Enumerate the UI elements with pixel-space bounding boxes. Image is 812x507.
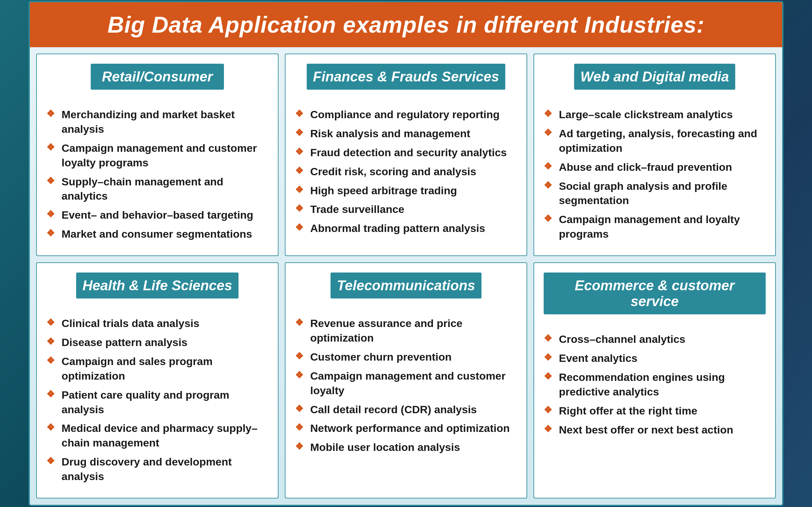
- cell-header-wrapper-ecommerce: Ecommerce & customer service: [544, 273, 766, 323]
- list-item: Clinical trials data analysis: [46, 316, 268, 331]
- page-title: Big Data Application examples in differe…: [43, 12, 769, 38]
- list-item: Campaign management and loyalty programs: [544, 212, 766, 241]
- list-item: Campaign management and customer loyalty…: [46, 141, 268, 170]
- list-item: High speed arbitrage trading: [295, 183, 517, 198]
- cell-header-finances: Finances & Frauds Services: [307, 64, 506, 90]
- list-item: Medical device and pharmacy supply–chain…: [46, 421, 268, 450]
- cell-header-wrapper-retail: Retail/Consumer: [46, 64, 268, 99]
- cell-list-telecom: Revenue assurance and price optimization…: [295, 316, 517, 455]
- cell-list-ecommerce: Cross–channel analyticsEvent analyticsRe…: [544, 332, 766, 437]
- list-item: Market and consumer segmentations: [46, 227, 268, 241]
- list-item: Ad targeting, analysis, forecasting and …: [544, 126, 766, 156]
- list-item: Trade surveillance: [295, 202, 517, 217]
- list-item: Recommendation engines using predictive …: [544, 370, 766, 399]
- cell-list-health: Clinical trials data analysisDisease pat…: [46, 316, 268, 484]
- list-item: Mobile user location analysis: [295, 440, 517, 455]
- list-item: Compliance and regulatory reporting: [295, 107, 517, 122]
- list-item: Next best offer or next best action: [544, 423, 766, 437]
- list-item: Supply–chain management and analytics: [46, 175, 268, 204]
- list-item: Campaign management and customer loyalty: [295, 369, 517, 398]
- cell-telecom: TelecommunicationsRevenue assurance and …: [285, 262, 527, 498]
- list-item: Revenue assurance and price optimization: [295, 316, 517, 345]
- list-item: Cross–channel analytics: [544, 332, 766, 347]
- cell-header-health: Health & Life Sciences: [76, 273, 239, 298]
- list-item: Large–scale clickstream analytics: [544, 107, 766, 122]
- list-item: Network performance and optimization: [295, 421, 517, 436]
- list-item: Disease pattern analysis: [46, 335, 268, 350]
- cell-list-retail: Merchandizing and market basket analysis…: [46, 107, 268, 241]
- cell-web: Web and Digital mediaLarge–scale clickst…: [534, 54, 776, 256]
- cell-ecommerce: Ecommerce & customer serviceCross–channe…: [534, 262, 776, 498]
- cell-header-telecom: Telecommunications: [331, 273, 481, 298]
- cell-header-wrapper-telecom: Telecommunications: [295, 273, 517, 307]
- cell-list-web: Large–scale clickstream analyticsAd targ…: [544, 107, 766, 241]
- main-container: Big Data Application examples in differe…: [29, 1, 783, 506]
- cell-header-wrapper-web: Web and Digital media: [544, 64, 766, 99]
- list-item: Customer churn prevention: [295, 350, 517, 364]
- list-item: Event analytics: [544, 351, 766, 366]
- cell-header-retail: Retail/Consumer: [91, 64, 224, 90]
- list-item: Campaign and sales program optimization: [46, 354, 268, 383]
- list-item: Drug discovery and development analysis: [46, 455, 268, 484]
- list-item: Fraud detection and security analytics: [295, 146, 517, 160]
- cell-retail: Retail/ConsumerMerchandizing and market …: [36, 54, 278, 256]
- list-item: Risk analysis and management: [295, 126, 517, 141]
- cell-header-wrapper-health: Health & Life Sciences: [46, 273, 268, 307]
- list-item: Abnormal trading pattern analysis: [295, 221, 517, 236]
- cell-health: Health & Life SciencesClinical trials da…: [36, 262, 278, 498]
- list-item: Merchandizing and market basket analysis: [46, 107, 268, 136]
- cell-header-web: Web and Digital media: [574, 64, 735, 90]
- title-bar: Big Data Application examples in differe…: [30, 2, 782, 47]
- cell-finances: Finances & Frauds ServicesCompliance and…: [285, 54, 527, 256]
- cell-header-ecommerce: Ecommerce & customer service: [544, 273, 766, 314]
- list-item: Event– and behavior–based targeting: [46, 208, 268, 222]
- list-item: Abuse and click–fraud prevention: [544, 160, 766, 175]
- list-item: Right offer at the right time: [544, 404, 766, 418]
- cell-header-wrapper-finances: Finances & Frauds Services: [295, 64, 517, 99]
- list-item: Patient care quality and program analysi…: [46, 388, 268, 417]
- list-item: Credit risk, scoring and analysis: [295, 164, 517, 179]
- list-item: Social graph analysis and profile segmen…: [544, 179, 766, 208]
- cell-list-finances: Compliance and regulatory reportingRisk …: [295, 107, 517, 236]
- list-item: Call detail record (CDR) analysis: [295, 402, 517, 417]
- grid-container: Retail/ConsumerMerchandizing and market …: [30, 47, 782, 505]
